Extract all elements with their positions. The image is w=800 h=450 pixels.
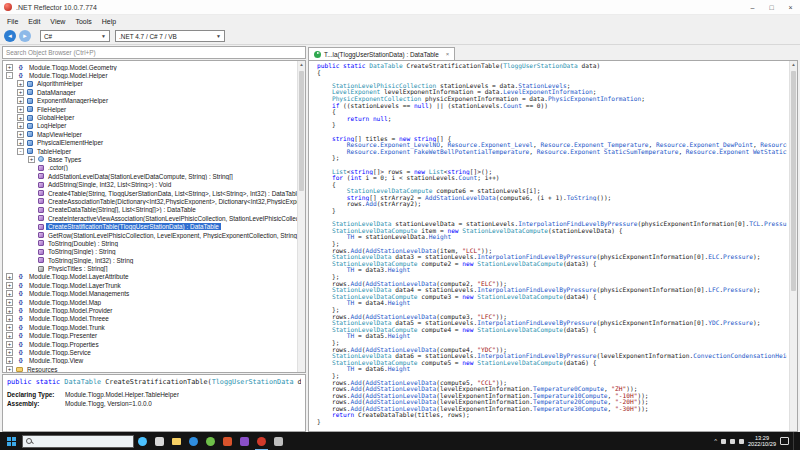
- expand-icon[interactable]: +: [6, 366, 13, 373]
- tree-item[interactable]: Create4Table(String, TloggUserStationDat…: [4, 189, 297, 197]
- network-icon[interactable]: [721, 439, 726, 444]
- tree-item[interactable]: +{}Module.Tlogp.View: [4, 357, 297, 365]
- taskbar-clock[interactable]: 13:29 2022/10/29: [748, 435, 776, 447]
- tree-item[interactable]: +PhysicalElementHelper: [4, 139, 297, 147]
- chevron-up-icon[interactable]: ^: [714, 438, 717, 444]
- assembly-value[interactable]: Module.Tlogg, Version=1.0.0.0: [65, 400, 152, 409]
- tree-item[interactable]: +DataManager: [4, 88, 297, 96]
- tree-item[interactable]: GetRow(StationLevelPhisicCollection, Lev…: [4, 231, 297, 239]
- tab-decompiled-method[interactable]: T...la(TloggUserStationData) : DataTable…: [308, 47, 455, 60]
- tree-item[interactable]: CreateAssociationTable(Dictionary<Int32,…: [4, 197, 297, 205]
- declaring-type-value[interactable]: Module.Tlogp.Model.Helper.TableHelper: [65, 391, 179, 400]
- tree-item[interactable]: +GlobalHelper: [4, 113, 297, 121]
- tree-item[interactable]: +{}Module.Tlogp.Model.Provider: [4, 306, 297, 314]
- menu-file[interactable]: File: [2, 18, 23, 25]
- tree-item[interactable]: -TableHelper: [4, 147, 297, 155]
- tree-item[interactable]: +Base Types: [4, 155, 297, 163]
- expand-icon[interactable]: +: [17, 106, 24, 113]
- expand-icon[interactable]: +: [17, 139, 24, 146]
- expand-icon[interactable]: +: [6, 307, 13, 314]
- expand-icon[interactable]: +: [6, 273, 13, 280]
- expand-icon[interactable]: +: [6, 282, 13, 289]
- tree-item[interactable]: +{}Module.Tlogp.Model.LayerTrunk: [4, 281, 297, 289]
- tree-item[interactable]: -{}Module.Tlogp.Model.Helper: [4, 71, 297, 79]
- tree-item[interactable]: AddStationLevelData(StationLevelDataComp…: [4, 172, 297, 180]
- tree-item[interactable]: ToString(Double) : String: [4, 239, 297, 247]
- expand-icon[interactable]: +: [6, 324, 13, 331]
- expand-icon[interactable]: +: [6, 349, 13, 356]
- browser-icon[interactable]: [202, 432, 219, 450]
- expand-icon[interactable]: +: [6, 341, 13, 348]
- expand-icon[interactable]: +: [17, 80, 24, 87]
- menu-view[interactable]: View: [45, 18, 70, 25]
- scrollbar-thumb[interactable]: [299, 71, 304, 191]
- tree-item[interactable]: CreateStratificationTable(TloggUserStati…: [4, 222, 297, 230]
- menu-help[interactable]: Help: [97, 18, 121, 25]
- tree-item[interactable]: ToString(Single) : String: [4, 248, 297, 256]
- expand-icon[interactable]: +: [17, 131, 24, 138]
- tree-item[interactable]: +Resources: [4, 365, 297, 373]
- expand-icon[interactable]: +: [6, 64, 13, 71]
- expand-icon[interactable]: +: [17, 114, 24, 121]
- language-select[interactable]: C# ▼: [40, 30, 110, 42]
- tree-scrollbar[interactable]: ▲: [297, 61, 305, 372]
- expand-icon[interactable]: +: [17, 122, 24, 129]
- object-browser-search-input[interactable]: Search Object Browser (Ctrl+P): [2, 46, 306, 59]
- tree-item[interactable]: +{}Module.Tlogp.Model.Trunk: [4, 323, 297, 331]
- volume-icon[interactable]: [730, 439, 735, 444]
- tree-item[interactable]: AddString(Single, Int32, List<String>) :…: [4, 180, 297, 188]
- maximize-button[interactable]: □: [762, 0, 781, 14]
- tree-item[interactable]: +{}Module.Tlogp.Model.Threee: [4, 315, 297, 323]
- tree-item[interactable]: +{}Module.Tlogp.Model.LayerAttribute: [4, 273, 297, 281]
- tree-item[interactable]: +{}Module.Tlogp.Presenter: [4, 332, 297, 340]
- expand-icon[interactable]: +: [6, 332, 13, 339]
- expand-icon[interactable]: +: [6, 290, 13, 297]
- taskbar-search[interactable]: [22, 435, 134, 448]
- close-button[interactable]: ×: [781, 0, 800, 14]
- expand-icon[interactable]: +: [28, 156, 35, 163]
- office-icon[interactable]: [219, 432, 236, 450]
- tree-item[interactable]: PhysicTitles : String[]: [4, 264, 297, 272]
- scroll-up-icon[interactable]: ▲: [790, 61, 797, 69]
- tree-item[interactable]: +{}Module.Tlogp.Properties: [4, 340, 297, 348]
- tree-item[interactable]: CreateInteractiveViewAssociation(Station…: [4, 214, 297, 222]
- cortana-icon[interactable]: [134, 432, 151, 450]
- ide-icon[interactable]: [236, 432, 253, 450]
- tab-close-icon[interactable]: ×: [446, 51, 450, 57]
- edge-icon[interactable]: [185, 432, 202, 450]
- tree-item[interactable]: +MapViewHelper: [4, 130, 297, 138]
- expand-icon[interactable]: +: [17, 97, 24, 104]
- tree-item[interactable]: +{}Module.Tlogp.Service: [4, 348, 297, 356]
- scrollbar-thumb[interactable]: [791, 71, 796, 291]
- tree-item[interactable]: +{}Module.Tlogp.Model.Geometry: [4, 63, 297, 71]
- tree-item[interactable]: +LogHelper: [4, 122, 297, 130]
- tree-item[interactable]: .cctor(): [4, 164, 297, 172]
- expand-icon[interactable]: +: [6, 357, 13, 364]
- show-desktop-button[interactable]: [793, 432, 797, 450]
- tree-item[interactable]: +FileHelper: [4, 105, 297, 113]
- forward-button[interactable]: ►: [19, 30, 31, 42]
- tree-item[interactable]: +{}Module.Tlogp.Model.Managements: [4, 290, 297, 298]
- file-explorer-icon[interactable]: [168, 432, 185, 450]
- settings-icon[interactable]: [270, 432, 287, 450]
- tree-item[interactable]: CreateDataTable(String[], List<String[]>…: [4, 206, 297, 214]
- collapse-icon[interactable]: -: [6, 72, 13, 79]
- expand-icon[interactable]: +: [17, 89, 24, 96]
- tree-item[interactable]: +AlgorithmHelper: [4, 80, 297, 88]
- minimize-button[interactable]: –: [743, 0, 762, 14]
- reflector-icon[interactable]: [253, 432, 270, 450]
- action-center-icon[interactable]: [780, 437, 789, 445]
- start-button[interactable]: [0, 432, 22, 450]
- collapse-icon[interactable]: -: [17, 148, 24, 155]
- tree-item[interactable]: +{}Module.Tlogp.Model.Map: [4, 298, 297, 306]
- menu-edit[interactable]: Edit: [23, 18, 45, 25]
- framework-select[interactable]: .NET 4.7 / C# 7 / VB ▼: [115, 30, 225, 42]
- expand-icon[interactable]: +: [6, 299, 13, 306]
- back-button[interactable]: ◄: [4, 30, 16, 42]
- menu-tools[interactable]: Tools: [70, 18, 96, 25]
- tree-item[interactable]: +ExponentManagerHelper: [4, 97, 297, 105]
- tree-item[interactable]: ToString(Single, Int32) : String: [4, 256, 297, 264]
- input-indicator-icon[interactable]: [739, 439, 744, 444]
- scroll-up-icon[interactable]: ▲: [298, 61, 305, 69]
- task-view-icon[interactable]: [151, 432, 168, 450]
